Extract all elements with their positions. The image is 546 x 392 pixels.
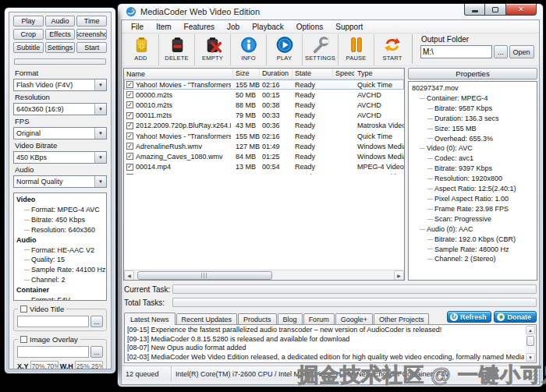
file-checkbox[interactable]: [126, 81, 133, 88]
summary-tree-item[interactable]: Channel: 2: [15, 275, 105, 285]
summary-tree-item[interactable]: Format: MPEG-4 AVC: [15, 205, 105, 215]
properties-tree-item[interactable]: Size: 155 MB: [410, 124, 535, 134]
refresh-button[interactable]: Refresh: [447, 311, 492, 323]
settings-button[interactable]: Time: [76, 16, 107, 26]
chevron-down-icon[interactable]: [94, 104, 106, 115]
properties-tree-item[interactable]: Resolution: 1920x800: [410, 174, 535, 184]
menu-item[interactable]: Playback: [246, 22, 290, 32]
dropdown-select[interactable]: Original: [13, 127, 107, 139]
file-row[interactable]: Amazing_Caves_1080.wmv 84 MB 01:25 Ready…: [124, 151, 404, 161]
summary-tree-item[interactable]: Sample Rate: 44100 Hz: [15, 265, 105, 275]
donate-button[interactable]: Donate: [494, 311, 537, 323]
news-tab[interactable]: Blog: [278, 313, 303, 324]
file-checkbox[interactable]: [126, 101, 133, 108]
dropdown-select[interactable]: Flash Video (F4V): [13, 79, 107, 91]
properties-header[interactable]: Properties: [408, 68, 537, 79]
title-bar[interactable]: MediaCoder Web Video Edition ✕: [121, 4, 540, 19]
file-checkbox[interactable]: [126, 132, 133, 139]
summary-tree-item[interactable]: Bitrate: 450 Kbps: [15, 215, 105, 225]
news-tab[interactable]: Latest News: [124, 313, 176, 325]
file-checkbox[interactable]: [126, 164, 133, 171]
column-header[interactable]: Speed: [333, 69, 355, 79]
file-row[interactable]: AdrenalineRush.wmv 127 MB 01:49 Ready Wi…: [124, 141, 404, 151]
open-output-button[interactable]: Open: [509, 45, 534, 58]
close-button[interactable]: ✕: [505, 4, 537, 16]
dropdown-select[interactable]: 640x360 (16:9): [13, 103, 107, 115]
file-row[interactable]: 00000.m2ts 50 MB 00:15 Ready AVCHD: [124, 90, 404, 100]
image-overlay-input[interactable]: [17, 346, 89, 358]
summary-tree-item[interactable]: Container: [15, 285, 105, 295]
properties-tree-item[interactable]: Overhead: 655.3%: [410, 134, 535, 144]
xy-input[interactable]: 70%,70%: [30, 361, 58, 369]
chevron-down-icon[interactable]: [94, 152, 106, 163]
column-header[interactable]: Duration: [260, 69, 292, 79]
resize-grip[interactable]: [528, 370, 538, 380]
settings-button[interactable]: Effects: [45, 29, 76, 40]
news-item[interactable]: [09-13] MediaCoder 0.8.15.5280 is releas…: [127, 335, 524, 344]
settings-button[interactable]: Settings: [45, 42, 76, 53]
output-folder-input[interactable]: [420, 45, 492, 58]
properties-tree-item[interactable]: Audio (0): AAC: [410, 224, 535, 235]
summary-tree-item[interactable]: Format: F4V: [15, 295, 105, 301]
play-button[interactable]: PLAY: [267, 34, 303, 65]
summary-tree-item[interactable]: Resolution: 640x360: [15, 225, 105, 235]
properties-tree-item[interactable]: Codec: avc1: [410, 154, 535, 164]
properties-tree-item[interactable]: Video (0): AVC: [410, 143, 535, 154]
scroll-right-icon[interactable]: ▶: [394, 270, 404, 281]
video-title-input[interactable]: [17, 316, 89, 327]
properties-tree-item[interactable]: Scan: Progressive: [410, 214, 535, 224]
menu-item[interactable]: File: [125, 22, 150, 32]
chevron-down-icon[interactable]: [94, 176, 106, 187]
news-item[interactable]: [02-03] MediaCoder Web Video Edition rel…: [127, 353, 524, 362]
file-row[interactable]: 00010.m2ts 88 MB 00:38 Ready AVCHD: [124, 100, 404, 110]
scroll-down-icon[interactable]: ▼: [526, 353, 535, 362]
news-scroll-thumb[interactable]: [526, 336, 534, 346]
menu-item[interactable]: Item: [150, 22, 177, 32]
file-row[interactable]: 00014.mp4 13 MB 00:54 Ready MPEG-4 Video: [124, 162, 404, 172]
settings-button[interactable]: Audio: [45, 16, 76, 26]
settings-button[interactable]: Crop: [13, 29, 44, 40]
file-row[interactable]: 2012.2009.720p.BluRay.x264.DT... 43 MB 0…: [124, 121, 404, 131]
browse-output-button[interactable]: ...: [494, 45, 508, 58]
summary-tree-item[interactable]: Audio: [15, 235, 105, 245]
file-checkbox[interactable]: [126, 122, 133, 129]
minimize-button[interactable]: [464, 4, 485, 16]
properties-tree-item[interactable]: Sample Rate: 48000 Hz: [410, 245, 535, 255]
file-row[interactable]: Yahoo! Movies - "Transformers: R... 155 …: [124, 79, 404, 90]
properties-tree-item[interactable]: Duration: 136.3 secs: [410, 114, 535, 124]
empty-button[interactable]: EMPTY: [195, 34, 231, 65]
summary-tree-item[interactable]: Video: [15, 195, 105, 205]
file-checkbox[interactable]: [126, 143, 133, 150]
scroll-track[interactable]: [134, 270, 394, 281]
column-header[interactable]: State: [292, 69, 333, 79]
properties-tree-item[interactable]: Bitrate: 192.0 Kbps (CBR): [410, 235, 535, 245]
delete-button[interactable]: DELETE: [159, 34, 195, 65]
dropdown-select[interactable]: Normal Quality: [13, 175, 107, 188]
properties-tree-item[interactable]: Bitrate: 9397 Kbps: [410, 164, 535, 174]
image-overlay-checkbox[interactable]: [20, 336, 27, 343]
pause-button[interactable]: PAUSE: [339, 34, 374, 65]
chevron-down-icon[interactable]: [94, 79, 106, 90]
properties-tree-item[interactable]: Pixel Aspect Ratio: 1.00: [410, 194, 535, 204]
column-header[interactable]: Size: [233, 69, 260, 79]
news-tab[interactable]: Products: [238, 313, 277, 324]
news-item[interactable]: [09-15] Experience the fastest paralleli…: [127, 326, 524, 335]
properties-tree-item[interactable]: Frame Rate: 23.98 FPS: [410, 204, 535, 214]
properties-tree-item[interactable]: Bitrate: 9587 Kbps: [410, 104, 535, 114]
news-scrollbar[interactable]: ▲ ▼: [526, 326, 535, 362]
column-header[interactable]: Type: [355, 69, 404, 79]
properties-tree-item[interactable]: Channel: 2 (Stereo): [410, 254, 535, 264]
properties-tree-item[interactable]: 80297347.mov: [410, 83, 535, 94]
settings-button[interactable]: Subtitle: [13, 42, 44, 53]
scroll-thumb[interactable]: [137, 271, 272, 280]
properties-tree-item[interactable]: Aspect Ratio: 12:5(2.40:1): [410, 184, 535, 194]
settings-button[interactable]: Screenshot: [76, 29, 107, 40]
scroll-left-icon[interactable]: ◀: [124, 270, 134, 281]
settings-button[interactable]: Play: [13, 16, 44, 26]
news-tab[interactable]: Recent Updates: [176, 313, 238, 324]
menu-item[interactable]: Options: [290, 22, 329, 32]
menu-item[interactable]: Job: [221, 22, 246, 32]
start-button[interactable]: START: [374, 34, 410, 65]
file-row[interactable]: 00011.m2ts 79 MB 00:33 Ready AVCHD: [124, 111, 404, 121]
wh-input[interactable]: 25%,25%: [75, 361, 103, 369]
